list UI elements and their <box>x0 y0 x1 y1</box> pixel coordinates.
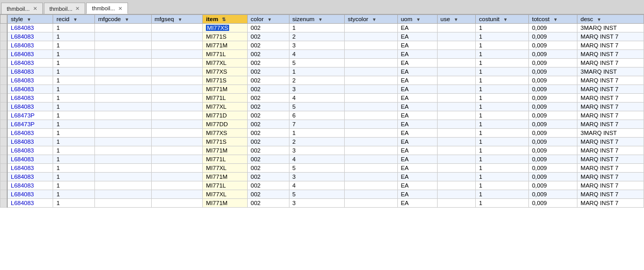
col-header-costunit[interactable]: costunit ▼ <box>476 15 529 24</box>
data-table: style ▼ recid ▼ mfgcode ▼ mfgseq ▼ item <box>0 14 644 208</box>
tab-3[interactable]: thmboil... ✕ <box>86 3 128 14</box>
cell-totcost: 0,009 <box>528 41 577 50</box>
col-header-mfgseq[interactable]: mfgseq ▼ <box>151 15 203 24</box>
cell-style: L684083 <box>7 94 53 103</box>
table-row[interactable]: L6840831MI77XS0021EA10,0093MARQ INST <box>1 68 644 76</box>
cell-desc: MARQ INST 7 <box>577 41 644 50</box>
table-row[interactable]: L6840831MI77XL0025EA10,009MARQ INST 7 <box>1 103 644 111</box>
col-header-use[interactable]: use ▼ <box>437 15 476 24</box>
cell-recid: 1 <box>53 155 95 164</box>
cell-recid: 1 <box>53 199 95 208</box>
cell-uom: EA <box>397 68 437 76</box>
cell-item: MI77DD <box>203 120 248 129</box>
cell-item: MI77XL <box>203 103 248 111</box>
cell-item: MI77XL <box>203 59 248 68</box>
cell-sizenum: 3 <box>289 41 344 50</box>
sort-icon-stycolor: ▼ <box>372 17 377 22</box>
col-header-stycolor[interactable]: stycolor ▼ <box>345 15 398 24</box>
sort-icon-costunit: ▼ <box>503 17 508 22</box>
cell-color: 002 <box>247 138 289 146</box>
table-row[interactable]: L6840831MI771S0022EA10,009MARQ INST 7 <box>1 32 644 41</box>
table-row[interactable]: L6840831MI771L0024EA10,009MARQ INST 7 <box>1 94 644 103</box>
cell-use <box>437 59 476 68</box>
cell-use <box>437 155 476 164</box>
table-row[interactable]: L68473P1MI771D0026EA10,009MARQ INST 7 <box>1 111 644 120</box>
cell-use <box>437 24 476 32</box>
table-row[interactable]: L6840831MI77XS0021EA10,0093MARQ INST <box>1 24 644 32</box>
row-border <box>1 85 8 94</box>
table-row[interactable]: L6840831MI771L0024EA10,009MARQ INST 7 <box>1 50 644 59</box>
col-header-desc[interactable]: desc ▼ <box>577 15 644 24</box>
cell-recid: 1 <box>53 85 95 94</box>
cell-item: MI771L <box>203 155 248 164</box>
cell-costunit: 1 <box>476 120 529 129</box>
cell-stycolor <box>345 68 398 76</box>
cell-item: MI77XS <box>203 68 248 76</box>
table-row[interactable]: L6840831MI77XS0021EA10,0093MARQ INST <box>1 129 644 138</box>
cell-mfgcode <box>95 146 151 155</box>
table-row[interactable]: L6840831MI771S0022EA10,009MARQ INST 7 <box>1 138 644 146</box>
cell-mfgcode <box>95 173 151 181</box>
cell-item: MI77XS <box>203 24 248 32</box>
tab-1-close[interactable]: ✕ <box>33 6 37 11</box>
row-border <box>1 173 8 181</box>
cell-stycolor <box>345 85 398 94</box>
col-header-recid[interactable]: recid ▼ <box>53 15 95 24</box>
col-header-uom[interactable]: uom ▼ <box>397 15 437 24</box>
col-header-color[interactable]: color ▼ <box>247 15 289 24</box>
cell-mfgcode <box>95 68 151 76</box>
table-row[interactable]: L6840831MI77XL0025EA10,009MARQ INST 7 <box>1 59 644 68</box>
col-header-mfgcode[interactable]: mfgcode ▼ <box>95 15 151 24</box>
row-border <box>1 181 8 190</box>
cell-mfgcode <box>95 76 151 85</box>
cell-mfgcode <box>95 50 151 59</box>
cell-mfgseq <box>151 68 203 76</box>
cell-use <box>437 32 476 41</box>
table-row[interactable]: L68473P1MI77DD0027EA10,009MARQ INST 7 <box>1 120 644 129</box>
table-row[interactable]: L6840831MI771M0023EA10,009MARQ INST 7 <box>1 173 644 181</box>
cell-use <box>437 76 476 85</box>
row-border <box>1 111 8 120</box>
cell-sizenum: 3 <box>289 199 344 208</box>
cell-recid: 1 <box>53 76 95 85</box>
cell-desc: MARQ INST 7 <box>577 146 644 155</box>
cell-recid: 1 <box>53 111 95 120</box>
table-row[interactable]: L6840831MI771S0022EA10,009MARQ INST 7 <box>1 76 644 85</box>
cell-use <box>437 129 476 138</box>
cell-costunit: 1 <box>476 103 529 111</box>
cell-mfgcode <box>95 32 151 41</box>
cell-stycolor <box>345 50 398 59</box>
cell-costunit: 1 <box>476 76 529 85</box>
cell-mfgcode <box>95 129 151 138</box>
cell-mfgseq <box>151 146 203 155</box>
tab-1[interactable]: thmboil... ✕ <box>1 3 43 14</box>
cell-sizenum: 3 <box>289 173 344 181</box>
cell-desc: MARQ INST 7 <box>577 85 644 94</box>
cell-item-highlighted[interactable]: MI77XS <box>206 25 229 31</box>
cell-uom: EA <box>397 146 437 155</box>
col-header-style[interactable]: style ▼ <box>7 15 53 24</box>
table-row[interactable]: L6840831MI77XL0025EA10,009MARQ INST 7 <box>1 164 644 173</box>
cell-mfgseq <box>151 138 203 146</box>
col-header-item[interactable]: item ⇅ <box>203 15 248 24</box>
table-row[interactable]: L6840831MI771M0023EA10,009MARQ INST 7 <box>1 146 644 155</box>
cell-totcost: 0,009 <box>528 24 577 32</box>
cell-mfgseq <box>151 103 203 111</box>
table-row[interactable]: L6840831MI771M0023EA10,009MARQ INST 7 <box>1 41 644 50</box>
cell-totcost: 0,009 <box>528 111 577 120</box>
cell-use <box>437 94 476 103</box>
cell-sizenum: 7 <box>289 120 344 129</box>
cell-desc: 3MARQ INST <box>577 24 644 32</box>
table-row[interactable]: L6840831MI771M0023EA10,009MARQ INST 7 <box>1 199 644 208</box>
table-row[interactable]: L6840831MI771L0024EA10,009MARQ INST 7 <box>1 155 644 164</box>
table-row[interactable]: L6840831MI771M0023EA10,009MARQ INST 7 <box>1 85 644 94</box>
cell-desc: MARQ INST 7 <box>577 32 644 41</box>
tab-3-close[interactable]: ✕ <box>118 6 122 11</box>
tab-2[interactable]: thmboil... ✕ <box>44 3 86 14</box>
table-row[interactable]: L6840831MI771L0024EA10,009MARQ INST 7 <box>1 181 644 190</box>
col-header-sizenum[interactable]: sizenum ▼ <box>289 15 344 24</box>
tab-2-close[interactable]: ✕ <box>75 6 79 11</box>
col-header-totcost[interactable]: totcost ▼ <box>528 15 577 24</box>
table-row[interactable]: L6840831MI77XL0025EA10,009MARQ INST 7 <box>1 190 644 199</box>
sort-icon-mfgseq: ▼ <box>178 17 182 22</box>
